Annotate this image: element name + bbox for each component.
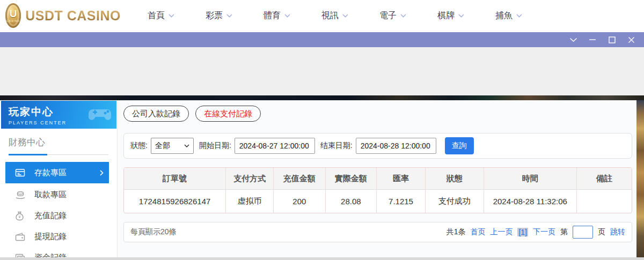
finance-center-label: 財務中心: [9, 136, 108, 148]
sidebar-item-label: 存款專區: [34, 168, 100, 178]
cell-exchange-rate: 7.1215: [376, 190, 425, 213]
logo-casino-text: CASINO: [6, 19, 20, 23]
nav-item-label: 體育: [264, 10, 281, 21]
nav-item-slots[interactable]: 電子: [379, 10, 406, 21]
col-recharge-amount: 充值金額: [273, 168, 325, 189]
gamepad-icon: [87, 105, 112, 124]
chevron-down-icon: [284, 14, 290, 18]
logo-letter: U: [10, 9, 17, 19]
dark-banner-edge: [0, 95, 644, 100]
nav-item-video[interactable]: 視訊: [321, 10, 348, 21]
nav-item-boardgames[interactable]: 棋牌: [437, 10, 464, 21]
brand-logo[interactable]: U CASINO USDT CASINO: [5, 3, 121, 28]
jump-button[interactable]: 跳转: [610, 227, 625, 237]
nav-item-sports[interactable]: 體育: [264, 10, 290, 21]
withdrawal-record-icon: [15, 233, 26, 241]
sidebar-item-label: 提現記錄: [34, 232, 67, 242]
total-count: 共1条: [447, 227, 466, 237]
sidebar-item-deposit[interactable]: 存款專區: [5, 162, 109, 183]
filter-bar: 狀態: 全部 開始日期: 2024-08-27 12:00:00 结束日期: 2…: [123, 133, 632, 159]
tab-online-payment-record[interactable]: 在線支付記錄: [195, 106, 261, 122]
players-center-header: 玩家中心 PLAYERS CENTER: [1, 101, 116, 129]
window-close-icon[interactable]: [627, 35, 635, 44]
end-date-input[interactable]: 2024-08-28 12:00:00: [356, 138, 436, 154]
status-select-value: 全部: [155, 141, 170, 151]
cell-status: 支付成功: [425, 190, 484, 213]
sidebar-item-label: 取款專區: [34, 190, 67, 200]
background-page-edge: [636, 100, 644, 257]
section-divider: [9, 154, 108, 155]
main-content: 公司入款記錄 在線支付記錄 狀態: 全部 開始日期: 2024-08-27 12…: [118, 100, 636, 257]
svg-text:¥: ¥: [18, 215, 21, 219]
recharge-record-icon: ¥: [15, 211, 26, 221]
col-remark: 備註: [576, 168, 632, 189]
col-payment-method: 支付方式: [225, 168, 273, 189]
cell-payment-method: 虚拟币: [225, 190, 273, 213]
brand-logo-icon: U CASINO: [5, 3, 21, 28]
prev-page-link[interactable]: 上一页: [490, 227, 513, 237]
col-status: 狀態: [425, 168, 484, 189]
bottom-edge-strip: [0, 257, 644, 260]
window-minimize-icon[interactable]: [588, 35, 597, 44]
nav-item-label: 首頁: [148, 10, 165, 21]
sidebar-item-label: 充值記錄: [34, 211, 67, 221]
sidebar-item-withdraw[interactable]: 取款專區: [0, 184, 117, 205]
col-order-number: 訂單號: [124, 168, 225, 189]
col-actual-amount: 實際金額: [325, 168, 377, 189]
page-size-text: 每頁顯示20條: [130, 227, 177, 237]
cell-time: 2024-08-28 11:32:06: [484, 190, 576, 213]
next-page-link[interactable]: 下一页: [533, 227, 555, 237]
nav-item-label: 彩票: [206, 10, 223, 21]
col-exchange-rate: 匯率: [376, 168, 425, 189]
chevron-down-icon: [226, 14, 232, 18]
records-table: 訂單號 支付方式 充值金額 實際金額 匯率 狀態 時間 備註 172481592…: [123, 167, 632, 213]
nav-item-lottery[interactable]: 彩票: [206, 10, 232, 21]
start-date-input[interactable]: 2024-08-27 12:00:00: [235, 138, 315, 154]
table-header-row: 訂單號 支付方式 充值金額 實際金額 匯率 狀態 時間 備註: [124, 168, 632, 190]
cell-order-number: 1724815926826147: [124, 190, 225, 213]
sidebar-item-withdrawal-record[interactable]: 提現記錄: [0, 226, 117, 247]
top-navbar: U CASINO USDT CASINO 首頁 彩票 體育 視訊: [0, 0, 644, 31]
jump-suffix: 页: [598, 227, 605, 237]
pager: 共1条 首页 上一页 [1] 下一页 第 页 跳转: [447, 226, 625, 239]
pagination-bar: 每頁顯示20條 共1条 首页 上一页 [1] 下一页 第 页 跳转: [123, 222, 632, 242]
nav-item-label: 視訊: [321, 10, 339, 21]
query-button[interactable]: 查詢: [445, 137, 474, 154]
chevron-right-icon: [100, 168, 104, 177]
nav-item-label: 棋牌: [437, 10, 455, 21]
tab-company-deposit-record[interactable]: 公司入款記錄: [123, 106, 189, 122]
nav-items: 首頁 彩票 體育 視訊 電子 棋牌: [148, 10, 522, 21]
jump-prefix: 第: [560, 227, 568, 237]
chevron-down-icon: [458, 14, 464, 18]
sidebar-menu: 存款專區 取款專區 ¥ 充值記錄 提現: [0, 162, 117, 260]
nav-item-fishing[interactable]: 捕魚: [495, 10, 522, 21]
first-page-link[interactable]: 首页: [470, 227, 485, 237]
page: U CASINO USDT CASINO 首頁 彩票 體育 視訊: [0, 0, 644, 260]
jump-page-input[interactable]: [573, 226, 593, 239]
cell-remark: [576, 190, 632, 213]
status-select[interactable]: 全部: [151, 138, 194, 154]
sidebar-item-recharge-record[interactable]: ¥ 充值記錄: [0, 205, 117, 226]
cell-actual-amount: 28.08: [325, 190, 377, 213]
status-label: 狀態:: [130, 141, 148, 151]
window-maximize-icon[interactable]: [608, 35, 616, 44]
sidebar: 玩家中心 PLAYERS CENTER 財務中心 存款專區: [0, 100, 118, 257]
nav-item-label: 電子: [379, 10, 397, 21]
end-date-label: 结束日期:: [320, 141, 353, 151]
cell-recharge-amount: 200: [273, 190, 325, 213]
chevron-down-icon: [400, 14, 406, 18]
brand-name: USDT CASINO: [25, 8, 121, 24]
banner-empty-area: [0, 47, 644, 95]
col-time: 時間: [484, 168, 576, 189]
nav-item-label: 捕魚: [495, 10, 513, 21]
nav-item-home[interactable]: 首頁: [148, 10, 174, 21]
record-tabs: 公司入款記錄 在線支付記錄: [123, 106, 632, 122]
chevron-down-icon: [516, 14, 522, 18]
window-chevron-down-icon[interactable]: [569, 35, 577, 44]
start-date-label: 開始日期:: [199, 141, 231, 151]
withdraw-icon: [15, 190, 26, 199]
chevron-down-icon: [184, 144, 189, 147]
table-row: 1724815926826147 虚拟币 200 28.08 7.1215 支付…: [124, 190, 632, 213]
current-page-indicator: [1]: [517, 228, 528, 236]
chevron-down-icon: [169, 14, 174, 18]
